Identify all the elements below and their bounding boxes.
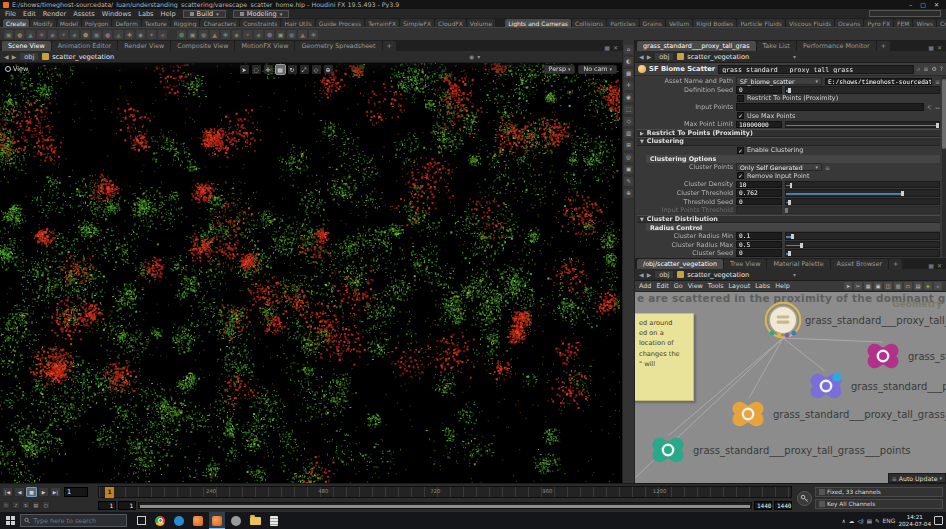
pane-menu-icon[interactable]: ▦ bbox=[928, 262, 934, 269]
shelf-tab-create[interactable]: Create bbox=[3, 19, 29, 27]
shelf-tab-rigid-bodies[interactable]: Rigid Bodies bbox=[693, 19, 736, 27]
network-new-tab-button[interactable]: + bbox=[889, 259, 902, 269]
scene-new-tab-button[interactable]: + bbox=[383, 41, 396, 51]
close-button[interactable]: ✕ bbox=[934, 1, 939, 8]
param-tab-grass-standard-proxy-tall-gras[interactable]: grass_standard___proxy_tall_gras bbox=[637, 41, 756, 51]
pane-close-icon[interactable]: ✕ bbox=[613, 44, 618, 51]
param-cluster-radius-min-slider[interactable] bbox=[785, 232, 940, 240]
path-node[interactable]: scatter_vegetation bbox=[52, 53, 114, 61]
shelf-tab-particles[interactable]: Particles bbox=[607, 19, 638, 27]
stop-button[interactable]: ■ bbox=[26, 487, 37, 497]
shelf-tool-icon[interactable]: ⬟ bbox=[265, 30, 274, 39]
slider-thumb[interactable] bbox=[936, 123, 939, 128]
shelf-tab-modify[interactable]: Modify bbox=[30, 19, 56, 27]
global-start-field[interactable]: 1 bbox=[98, 501, 116, 510]
go-to-start-button[interactable]: |◀ bbox=[2, 487, 13, 497]
network-canvas[interactable]: e are scattered in the proximity of the … bbox=[635, 292, 946, 483]
viewport-tool-icon[interactable]: ◌ bbox=[252, 65, 261, 74]
shelf-tool-icon[interactable]: ✦ bbox=[59, 30, 68, 39]
param-input-points-input-field[interactable] bbox=[736, 103, 924, 111]
arrow-select-icon[interactable]: ➳ bbox=[935, 104, 940, 111]
anim-options-icon[interactable]: ▤ bbox=[32, 501, 40, 509]
param-cluster-seed-value-field[interactable]: 0 bbox=[736, 249, 782, 257]
shelf-tool-icon[interactable]: ⬟ bbox=[81, 30, 90, 39]
param-tab-take-list[interactable]: Take List bbox=[757, 41, 796, 51]
clock[interactable]: 14:21 2024-07-04 bbox=[898, 514, 931, 527]
minimize-button[interactable]: – bbox=[909, 1, 912, 8]
chevron-down-icon[interactable]: ▾ bbox=[793, 53, 796, 60]
param-cluster-density-value-field[interactable]: 10 bbox=[736, 181, 782, 189]
viewport-tool-icon[interactable]: ✛ bbox=[264, 65, 273, 74]
shelf-tool-icon[interactable]: ● bbox=[15, 30, 24, 39]
viewport-side-icon[interactable]: ▥ bbox=[624, 129, 633, 138]
viewport-side-icon[interactable]: ◉ bbox=[624, 93, 633, 102]
menu-assets[interactable]: Assets bbox=[73, 10, 94, 18]
camera-menu[interactable]: No cam ▾ bbox=[578, 65, 617, 74]
network-toolbar-icon[interactable]: ◈ bbox=[924, 282, 932, 290]
shelf-tool-icon[interactable]: ◆ bbox=[232, 30, 241, 39]
path-node[interactable]: scatter_vegetation bbox=[687, 271, 749, 279]
menubar-right-dropdown[interactable] bbox=[869, 10, 941, 17]
search-input[interactable] bbox=[33, 517, 123, 525]
shelf-tool-icon[interactable]: ✚ bbox=[309, 30, 318, 39]
menu-labs[interactable]: Labs bbox=[138, 10, 153, 18]
path-root[interactable]: obj bbox=[19, 52, 39, 61]
param-cluster-radius-max-value-field[interactable]: 0.5 bbox=[736, 241, 782, 249]
language-indicator[interactable]: ENG bbox=[883, 517, 896, 524]
back-icon[interactable]: ◀ bbox=[4, 53, 9, 60]
search-icon[interactable]: ⌕ bbox=[917, 65, 920, 73]
network-toolbar-icon[interactable]: ▤ bbox=[914, 282, 922, 290]
network-menu-tools[interactable]: Tools bbox=[708, 282, 724, 290]
param-threshold-seed-slider[interactable] bbox=[785, 198, 940, 206]
pen-icon[interactable]: ✎ bbox=[875, 518, 880, 524]
path-root[interactable]: obj bbox=[654, 270, 674, 279]
viewport-tool-icon[interactable]: ◇ bbox=[312, 65, 321, 74]
network-toolbar-icon[interactable]: ✂ bbox=[854, 282, 862, 290]
shelf-tool-icon[interactable]: ✚ bbox=[125, 30, 134, 39]
notification-center-icon[interactable] bbox=[934, 516, 943, 525]
slider-thumb[interactable] bbox=[791, 234, 794, 239]
viewport-tool-icon[interactable]: ➤ bbox=[240, 65, 249, 74]
network-node[interactable]: grass_standard___proxy_tall_g bbox=[763, 300, 946, 340]
network-toolbar-icon[interactable]: ▣ bbox=[874, 282, 882, 290]
param-use-max-points-checkbox[interactable]: ✓Use Max Points bbox=[737, 112, 795, 120]
shelf-tab-guide-process[interactable]: Guide Process bbox=[316, 19, 364, 27]
playhead-marker[interactable]: 1 bbox=[105, 487, 114, 498]
param-cluster-density-slider[interactable] bbox=[785, 181, 940, 189]
shelf-tool-icon[interactable]: ✚ bbox=[221, 30, 230, 39]
volume-icon[interactable]: ◁) bbox=[857, 518, 863, 524]
playback-end-field[interactable]: 1440 bbox=[754, 501, 772, 510]
menu-help[interactable]: Help bbox=[161, 10, 176, 18]
network-tab-material-palette[interactable]: Material Palette bbox=[767, 259, 829, 269]
network-icon[interactable]: ▤ bbox=[867, 518, 872, 524]
shelf-tool-icon[interactable]: ✦ bbox=[243, 30, 252, 39]
shelf-tab-model[interactable]: Model bbox=[57, 19, 81, 27]
node-name-field[interactable]: grass_standard___proxy_tall_grass bbox=[718, 65, 914, 74]
slider-thumb[interactable] bbox=[788, 88, 791, 93]
play-button[interactable]: ▶ bbox=[38, 487, 49, 497]
param-cluster-distribution-section[interactable]: ▼Cluster Distribution bbox=[637, 215, 940, 224]
realtime-toggle-icon[interactable]: ⏱ bbox=[2, 501, 10, 509]
param-cluster-points-select[interactable]: Only Self Generated▾ bbox=[736, 163, 822, 171]
viewport-tool-icon[interactable]: ↻ bbox=[288, 65, 297, 74]
param-cluster-threshold-value-field[interactable]: 0.762 bbox=[736, 189, 782, 197]
set-key-button[interactable] bbox=[797, 491, 812, 506]
shelf-tab-pyro-fx[interactable]: Pyro FX bbox=[864, 19, 893, 27]
menu-windows[interactable]: Windows bbox=[102, 10, 131, 18]
network-toolbar-icon[interactable]: ◫ bbox=[884, 282, 892, 290]
scene-tab-geometry-spreadsheet[interactable]: Geometry Spreadsheet bbox=[295, 41, 381, 51]
slider-thumb[interactable] bbox=[800, 243, 803, 248]
shelf-tool-icon[interactable]: ◆ bbox=[136, 30, 145, 39]
notes-taskbar-button[interactable] bbox=[266, 512, 282, 529]
param-cluster-threshold-slider[interactable] bbox=[785, 189, 940, 197]
viewport-side-icon[interactable]: ⊕ bbox=[624, 189, 633, 198]
network-node[interactable]: grass_standard___proxy_tall_grass___ bbox=[725, 396, 946, 432]
desktop-selector[interactable]: Build ▾ bbox=[183, 10, 226, 18]
shelf-tab-collisions[interactable]: Collisions bbox=[572, 19, 606, 27]
gray-app-taskbar-button[interactable] bbox=[228, 512, 244, 529]
global-end-field[interactable]: 1440 bbox=[774, 501, 792, 510]
ghost-toggle-icon[interactable]: ▢ bbox=[42, 501, 50, 509]
sliders-icon[interactable]: ≡ bbox=[923, 65, 928, 73]
shelf-tab-simplefx[interactable]: SimpleFX bbox=[400, 19, 434, 27]
blue-app-taskbar-button[interactable] bbox=[171, 512, 187, 529]
